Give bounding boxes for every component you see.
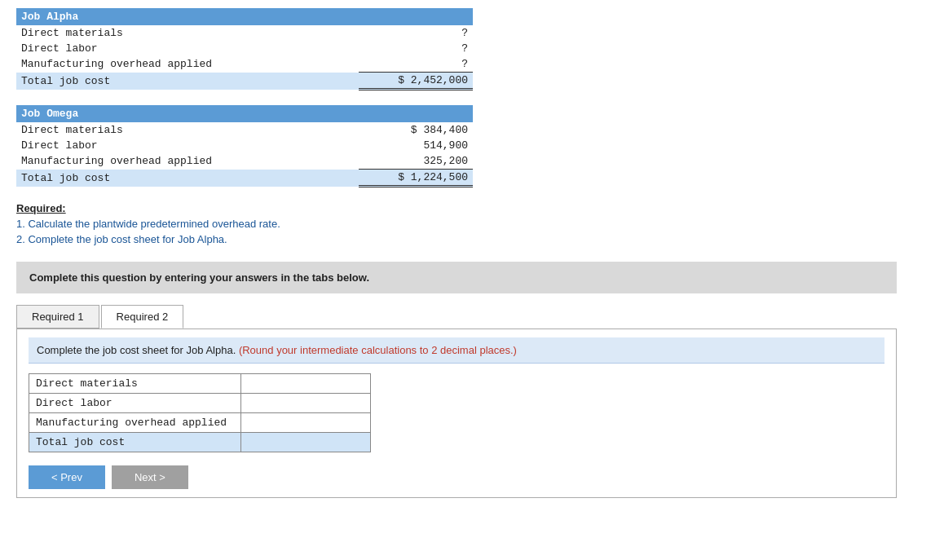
omega-dl-value: 514,900 xyxy=(359,138,473,153)
answer-dm-input-cell xyxy=(240,374,370,394)
alpha-total-label: Total job cost xyxy=(16,73,359,90)
table-row: Manufacturing overhead applied 325,200 xyxy=(16,153,473,170)
omega-total-label: Total job cost xyxy=(16,170,359,187)
tabs-row: Required 1 Required 2 xyxy=(16,305,897,329)
answer-dl-input-cell xyxy=(240,394,370,413)
instruction-text: Complete this question by entering your … xyxy=(29,271,369,284)
omega-total-row: Total job cost $ 1,224,500 xyxy=(16,170,473,187)
answer-dl-label: Direct labor xyxy=(29,394,241,413)
tab-required-1[interactable]: Required 1 xyxy=(16,305,99,329)
alpha-dm-value: ? xyxy=(359,25,473,41)
required-item-2: 2. Complete the job cost sheet for Job A… xyxy=(16,233,928,245)
omega-moh-label: Manufacturing overhead applied xyxy=(16,153,359,170)
table-row: Direct labor 514,900 xyxy=(16,138,473,153)
job-omega-table: Job Omega Direct materials $ 384,400 Dir… xyxy=(16,105,473,187)
table-row: Manufacturing overhead applied ? xyxy=(16,56,473,73)
answer-table: Direct materials Direct labor Manufactur… xyxy=(29,373,371,452)
alpha-dl-label: Direct labor xyxy=(16,41,359,56)
instruction-box: Complete this question by entering your … xyxy=(16,262,897,293)
omega-dm-label: Direct materials xyxy=(16,122,359,138)
alpha-dl-value: ? xyxy=(359,41,473,56)
job-omega-title: Job Omega xyxy=(16,105,359,122)
next-button[interactable]: Next > xyxy=(112,465,188,489)
prev-button[interactable]: < Prev xyxy=(29,465,105,489)
alpha-total-value: $ 2,452,000 xyxy=(359,73,473,90)
alpha-moh-value: ? xyxy=(359,56,473,73)
job-alpha-table: Job Alpha Direct materials ? Direct labo… xyxy=(16,8,473,90)
required-item-1: 1. Calculate the plantwide predetermined… xyxy=(16,218,928,230)
job-omega-header-row: Job Omega xyxy=(16,105,473,122)
answer-row-dm: Direct materials xyxy=(29,374,371,394)
answer-row-total: Total job cost xyxy=(29,433,371,452)
job-alpha-header-row: Job Alpha xyxy=(16,8,473,25)
required-heading: Required: xyxy=(16,202,66,214)
answer-moh-label: Manufacturing overhead applied xyxy=(29,413,241,433)
tab-content-header: Complete the job cost sheet for Job Alph… xyxy=(37,344,236,356)
answer-moh-input-cell xyxy=(240,413,370,433)
alpha-dm-label: Direct materials xyxy=(16,25,359,41)
answer-total-input-cell xyxy=(240,433,370,452)
bottom-nav: < Prev Next > xyxy=(29,465,884,489)
required-section: Required: 1. Calculate the plantwide pre… xyxy=(16,202,928,245)
alpha-moh-label: Manufacturing overhead applied xyxy=(16,56,359,73)
answer-row-dl: Direct labor xyxy=(29,394,371,413)
job-alpha-title: Job Alpha xyxy=(16,8,359,25)
table-row: Direct labor ? xyxy=(16,41,473,56)
tab-header-bar: Complete the job cost sheet for Job Alph… xyxy=(29,337,884,364)
answer-total-input[interactable] xyxy=(245,436,367,448)
tabs-container: Required 1 Required 2 Complete the job c… xyxy=(16,305,897,498)
table-row: Direct materials ? xyxy=(16,25,473,41)
omega-total-value: $ 1,224,500 xyxy=(359,170,473,187)
answer-dl-input[interactable] xyxy=(245,397,367,409)
table-row: Direct materials $ 384,400 xyxy=(16,122,473,138)
answer-dm-label: Direct materials xyxy=(29,374,241,394)
tab-content: Complete the job cost sheet for Job Alph… xyxy=(16,329,897,498)
answer-row-moh: Manufacturing overhead applied xyxy=(29,413,371,433)
answer-dm-input[interactable] xyxy=(245,377,367,390)
omega-dm-value: $ 384,400 xyxy=(359,122,473,138)
answer-moh-input[interactable] xyxy=(245,417,367,429)
tab-content-note: (Round your intermediate calculations to… xyxy=(239,344,517,356)
omega-dl-label: Direct labor xyxy=(16,138,359,153)
answer-total-label: Total job cost xyxy=(29,433,241,452)
omega-moh-value: 325,200 xyxy=(359,153,473,170)
job-omega-section: Job Omega Direct materials $ 384,400 Dir… xyxy=(16,105,473,187)
tab-required-2[interactable]: Required 2 xyxy=(101,305,184,329)
job-alpha-section: Job Alpha Direct materials ? Direct labo… xyxy=(16,8,473,90)
alpha-total-row: Total job cost $ 2,452,000 xyxy=(16,73,473,90)
